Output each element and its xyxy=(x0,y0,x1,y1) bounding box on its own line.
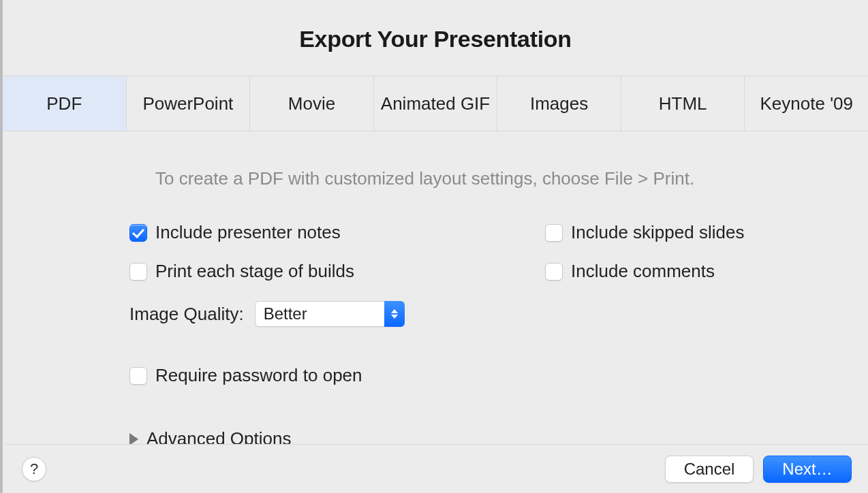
tab-powerpoint[interactable]: PowerPoint xyxy=(127,76,251,131)
row-include-skipped-slides: Include skipped slides xyxy=(545,222,827,243)
cancel-button[interactable]: Cancel xyxy=(665,456,754,483)
stepper-icon xyxy=(384,301,405,327)
disclosure-triangle-icon xyxy=(129,433,138,445)
tab-html[interactable]: HTML xyxy=(621,76,745,131)
title-area: Export Your Presentation xyxy=(3,0,868,76)
image-quality-value: Better xyxy=(264,304,307,323)
format-tabs: PDF PowerPoint Movie Animated GIF Images… xyxy=(3,76,868,131)
row-include-presenter-notes: Include presenter notes xyxy=(129,222,538,243)
help-button[interactable]: ? xyxy=(22,457,46,481)
checkbox-require-password[interactable] xyxy=(129,367,147,385)
tab-images[interactable]: Images xyxy=(497,76,621,131)
tab-pdf[interactable]: PDF xyxy=(3,76,127,131)
checkbox-include-skipped-slides[interactable] xyxy=(545,224,563,242)
export-dialog: Export Your Presentation PDF PowerPoint … xyxy=(0,0,868,493)
label-include-presenter-notes: Include presenter notes xyxy=(155,222,341,243)
label-include-skipped-slides: Include skipped slides xyxy=(571,222,744,243)
tab-animated-gif[interactable]: Animated GIF xyxy=(374,76,498,131)
image-quality-label: Image Quality: xyxy=(129,304,244,325)
checkbox-include-comments[interactable] xyxy=(545,263,563,281)
dialog-footer: ? Cancel Next… xyxy=(5,444,868,493)
help-icon: ? xyxy=(30,460,38,478)
checkbox-include-presenter-notes[interactable] xyxy=(129,224,147,242)
checkbox-print-each-stage[interactable] xyxy=(129,263,147,281)
row-include-comments: Include comments xyxy=(545,261,827,282)
chevron-down-icon xyxy=(391,315,398,319)
label-print-each-stage: Print each stage of builds xyxy=(155,261,354,282)
label-require-password: Require password to open xyxy=(155,365,362,386)
row-print-each-stage: Print each stage of builds xyxy=(129,261,538,282)
label-include-comments: Include comments xyxy=(571,261,715,282)
next-button[interactable]: Next… xyxy=(763,456,852,483)
options-grid: Include presenter notes Include skipped … xyxy=(129,222,827,282)
row-require-password: Require password to open xyxy=(129,365,827,386)
image-quality-select[interactable]: Better xyxy=(255,301,405,327)
hint-text: To create a PDF with customized layout s… xyxy=(129,168,827,189)
tab-movie[interactable]: Movie xyxy=(250,76,374,131)
dialog-title: Export Your Presentation xyxy=(3,26,868,52)
content-area: To create a PDF with customized layout s… xyxy=(3,131,868,493)
chevron-up-icon xyxy=(391,309,398,313)
image-quality-row: Image Quality: Better xyxy=(129,301,827,327)
tab-keynote-09[interactable]: Keynote '09 xyxy=(745,76,868,131)
